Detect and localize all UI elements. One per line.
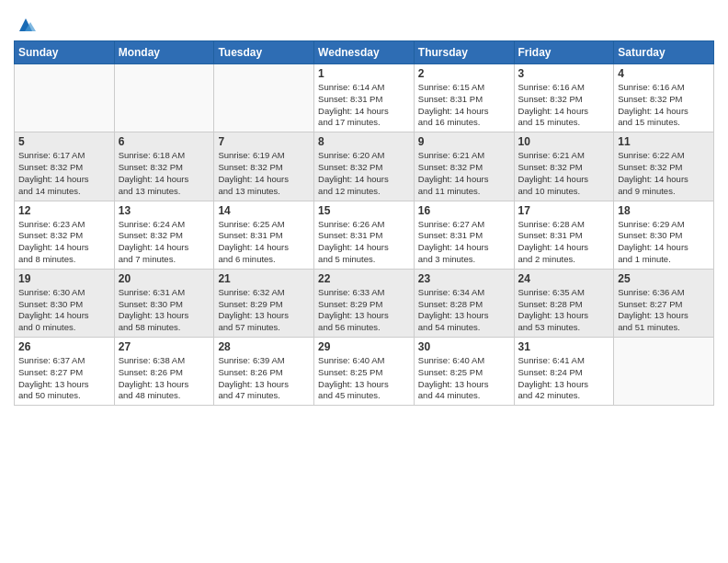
day-info: Sunrise: 6:14 AMSunset: 8:31 PMDaylight:… <box>318 82 410 129</box>
weekday-header-monday: Monday <box>114 41 214 64</box>
calendar-cell: 10Sunrise: 6:21 AMSunset: 8:32 PMDayligh… <box>514 132 614 201</box>
calendar-cell: 30Sunrise: 6:40 AMSunset: 8:25 PMDayligh… <box>414 338 514 406</box>
day-info: Sunrise: 6:19 AMSunset: 8:32 PMDaylight:… <box>218 150 310 197</box>
weekday-header-friday: Friday <box>514 41 614 64</box>
calendar-cell: 11Sunrise: 6:22 AMSunset: 8:32 PMDayligh… <box>614 132 714 201</box>
day-info: Sunrise: 6:15 AMSunset: 8:31 PMDaylight:… <box>418 82 510 129</box>
calendar-cell: 15Sunrise: 6:26 AMSunset: 8:31 PMDayligh… <box>314 201 415 269</box>
logo-icon <box>16 15 36 35</box>
day-info: Sunrise: 6:37 AMSunset: 8:27 PMDaylight:… <box>18 355 110 402</box>
page: SundayMondayTuesdayWednesdayThursdayFrid… <box>0 0 728 563</box>
calendar-cell: 27Sunrise: 6:38 AMSunset: 8:26 PMDayligh… <box>114 338 214 406</box>
day-number: 18 <box>618 204 710 217</box>
calendar-cell: 2Sunrise: 6:15 AMSunset: 8:31 PMDaylight… <box>414 64 514 132</box>
day-number: 25 <box>618 272 710 285</box>
day-number: 8 <box>318 135 410 148</box>
day-number: 27 <box>119 340 210 353</box>
day-number: 6 <box>119 135 210 148</box>
day-info: Sunrise: 6:39 AMSunset: 8:26 PMDaylight:… <box>218 355 310 402</box>
weekday-header-thursday: Thursday <box>414 41 514 64</box>
header <box>14 9 714 35</box>
day-info: Sunrise: 6:20 AMSunset: 8:32 PMDaylight:… <box>318 150 410 197</box>
calendar-cell: 25Sunrise: 6:36 AMSunset: 8:27 PMDayligh… <box>614 269 714 337</box>
calendar-cell: 8Sunrise: 6:20 AMSunset: 8:32 PMDaylight… <box>314 132 415 201</box>
day-info: Sunrise: 6:22 AMSunset: 8:32 PMDaylight:… <box>618 150 710 197</box>
calendar-cell: 3Sunrise: 6:16 AMSunset: 8:32 PMDaylight… <box>514 64 614 132</box>
day-number: 7 <box>218 135 310 148</box>
day-info: Sunrise: 6:17 AMSunset: 8:32 PMDaylight:… <box>18 150 110 197</box>
day-info: Sunrise: 6:38 AMSunset: 8:26 PMDaylight:… <box>119 355 210 402</box>
weekday-header-saturday: Saturday <box>614 41 714 64</box>
day-info: Sunrise: 6:29 AMSunset: 8:30 PMDaylight:… <box>618 219 710 266</box>
day-number: 28 <box>218 340 310 353</box>
calendar-cell: 19Sunrise: 6:30 AMSunset: 8:30 PMDayligh… <box>15 269 115 337</box>
calendar-cell: 26Sunrise: 6:37 AMSunset: 8:27 PMDayligh… <box>15 338 115 406</box>
day-number: 17 <box>518 204 610 217</box>
day-info: Sunrise: 6:21 AMSunset: 8:32 PMDaylight:… <box>418 150 510 197</box>
day-info: Sunrise: 6:33 AMSunset: 8:29 PMDaylight:… <box>318 287 410 334</box>
day-number: 1 <box>318 67 410 80</box>
day-info: Sunrise: 6:16 AMSunset: 8:32 PMDaylight:… <box>618 82 710 129</box>
calendar-cell: 22Sunrise: 6:33 AMSunset: 8:29 PMDayligh… <box>314 269 415 337</box>
calendar-week-row: 1Sunrise: 6:14 AMSunset: 8:31 PMDaylight… <box>15 64 714 132</box>
day-number: 20 <box>119 272 210 285</box>
calendar-cell: 20Sunrise: 6:31 AMSunset: 8:30 PMDayligh… <box>114 269 214 337</box>
day-info: Sunrise: 6:41 AMSunset: 8:24 PMDaylight:… <box>518 355 610 402</box>
day-number: 30 <box>418 340 510 353</box>
day-info: Sunrise: 6:24 AMSunset: 8:32 PMDaylight:… <box>119 219 210 266</box>
calendar-cell <box>214 64 314 132</box>
calendar-cell: 28Sunrise: 6:39 AMSunset: 8:26 PMDayligh… <box>214 338 314 406</box>
day-number: 19 <box>18 272 110 285</box>
calendar-table: SundayMondayTuesdayWednesdayThursdayFrid… <box>14 40 714 406</box>
calendar-cell <box>15 64 115 132</box>
day-info: Sunrise: 6:21 AMSunset: 8:32 PMDaylight:… <box>518 150 610 197</box>
calendar-week-row: 19Sunrise: 6:30 AMSunset: 8:30 PMDayligh… <box>15 269 714 337</box>
day-number: 3 <box>518 67 610 80</box>
day-number: 23 <box>418 272 510 285</box>
day-number: 22 <box>318 272 410 285</box>
calendar-cell: 21Sunrise: 6:32 AMSunset: 8:29 PMDayligh… <box>214 269 314 337</box>
day-number: 14 <box>218 204 310 217</box>
calendar-cell: 12Sunrise: 6:23 AMSunset: 8:32 PMDayligh… <box>15 201 115 269</box>
day-number: 13 <box>119 204 210 217</box>
day-info: Sunrise: 6:35 AMSunset: 8:28 PMDaylight:… <box>518 287 610 334</box>
day-info: Sunrise: 6:40 AMSunset: 8:25 PMDaylight:… <box>318 355 410 402</box>
day-info: Sunrise: 6:31 AMSunset: 8:30 PMDaylight:… <box>119 287 210 334</box>
day-number: 11 <box>618 135 710 148</box>
day-number: 4 <box>618 67 710 80</box>
calendar-week-row: 12Sunrise: 6:23 AMSunset: 8:32 PMDayligh… <box>15 201 714 269</box>
day-info: Sunrise: 6:18 AMSunset: 8:32 PMDaylight:… <box>119 150 210 197</box>
calendar-cell <box>614 338 714 406</box>
calendar-cell: 13Sunrise: 6:24 AMSunset: 8:32 PMDayligh… <box>114 201 214 269</box>
day-number: 5 <box>18 135 110 148</box>
calendar-cell: 29Sunrise: 6:40 AMSunset: 8:25 PMDayligh… <box>314 338 415 406</box>
calendar-cell: 31Sunrise: 6:41 AMSunset: 8:24 PMDayligh… <box>514 338 614 406</box>
day-number: 31 <box>518 340 610 353</box>
calendar-cell: 24Sunrise: 6:35 AMSunset: 8:28 PMDayligh… <box>514 269 614 337</box>
day-info: Sunrise: 6:32 AMSunset: 8:29 PMDaylight:… <box>218 287 310 334</box>
day-info: Sunrise: 6:23 AMSunset: 8:32 PMDaylight:… <box>18 219 110 266</box>
day-info: Sunrise: 6:30 AMSunset: 8:30 PMDaylight:… <box>18 287 110 334</box>
day-info: Sunrise: 6:34 AMSunset: 8:28 PMDaylight:… <box>418 287 510 334</box>
day-number: 12 <box>18 204 110 217</box>
day-number: 26 <box>18 340 110 353</box>
calendar-cell: 18Sunrise: 6:29 AMSunset: 8:30 PMDayligh… <box>614 201 714 269</box>
day-info: Sunrise: 6:16 AMSunset: 8:32 PMDaylight:… <box>518 82 610 129</box>
day-info: Sunrise: 6:36 AMSunset: 8:27 PMDaylight:… <box>618 287 710 334</box>
day-info: Sunrise: 6:26 AMSunset: 8:31 PMDaylight:… <box>318 219 410 266</box>
day-info: Sunrise: 6:40 AMSunset: 8:25 PMDaylight:… <box>418 355 510 402</box>
calendar-cell: 9Sunrise: 6:21 AMSunset: 8:32 PMDaylight… <box>414 132 514 201</box>
calendar-cell: 5Sunrise: 6:17 AMSunset: 8:32 PMDaylight… <box>15 132 115 201</box>
day-number: 15 <box>318 204 410 217</box>
logo <box>14 13 36 35</box>
calendar-cell: 4Sunrise: 6:16 AMSunset: 8:32 PMDaylight… <box>614 64 714 132</box>
day-info: Sunrise: 6:27 AMSunset: 8:31 PMDaylight:… <box>418 219 510 266</box>
calendar-cell: 6Sunrise: 6:18 AMSunset: 8:32 PMDaylight… <box>114 132 214 201</box>
day-number: 29 <box>318 340 410 353</box>
weekday-header-wednesday: Wednesday <box>314 41 415 64</box>
calendar-cell: 17Sunrise: 6:28 AMSunset: 8:31 PMDayligh… <box>514 201 614 269</box>
day-number: 2 <box>418 67 510 80</box>
calendar-cell: 7Sunrise: 6:19 AMSunset: 8:32 PMDaylight… <box>214 132 314 201</box>
calendar-cell: 16Sunrise: 6:27 AMSunset: 8:31 PMDayligh… <box>414 201 514 269</box>
day-number: 21 <box>218 272 310 285</box>
